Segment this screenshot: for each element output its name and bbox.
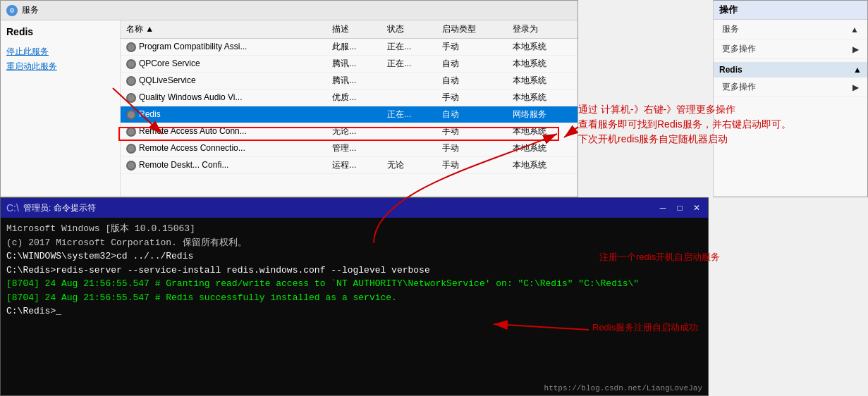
cmd-line: (c) 2017 Microsoft Corporation. 保留所有权利。 xyxy=(6,236,702,250)
right-panel-redis-section: Redis ▲ xyxy=(714,62,867,78)
service-status-cell: 无论 xyxy=(381,157,436,174)
service-name-cell: QPCore Service xyxy=(121,56,326,73)
service-status-cell xyxy=(381,123,436,140)
service-name-cell: Remote Access Auto Conn... xyxy=(121,123,326,140)
cmd-line: C:\WINDOWS\system32>cd ../../Redis xyxy=(6,249,702,264)
right-panel-title: 操作 xyxy=(714,1,867,20)
services-window: ⚙ 服务 Redis 停止此服务 重启动此服务 名称 ▲ 描述 状态 启动类型 … xyxy=(0,0,578,197)
service-desc-cell: 运程... xyxy=(326,157,381,174)
cmd-titlebar-left: C:\ 管理员: 命令提示符 xyxy=(6,202,96,214)
cmd-body: Microsoft Windows [版本 10.0.15063](c) 201… xyxy=(1,218,708,395)
services-table-area: 名称 ▲ 描述 状态 启动类型 登录为 Program Compatibilit… xyxy=(121,20,577,197)
service-name-cell: Redis xyxy=(121,106,326,123)
right-panel-more-label: 更多操作 xyxy=(722,43,756,55)
cmd-icon: C:\ xyxy=(6,202,19,214)
table-row[interactable]: Remote Deskt... Confi... 运程... 无论 手动 本地系… xyxy=(121,157,577,174)
table-row[interactable]: Remote Access Auto Conn... 无论... 手动 本地系统 xyxy=(121,123,577,140)
service-desc-cell: 腾讯... xyxy=(326,73,381,89)
table-row[interactable]: QQLiveService 腾讯... 自动 本地系统 xyxy=(121,73,577,89)
col-startup[interactable]: 启动类型 xyxy=(436,20,507,39)
service-desc-cell xyxy=(326,106,381,123)
col-name[interactable]: 名称 ▲ xyxy=(121,20,326,39)
service-login-cell: 本地系统 xyxy=(507,89,577,106)
cmd-window: C:\ 管理员: 命令提示符 ─ □ ✕ Microsoft Windows [… xyxy=(0,197,709,396)
service-name-cell: QQLiveService xyxy=(121,73,326,89)
service-startup-cell: 手动 xyxy=(436,89,507,106)
cmd-titlebar: C:\ 管理员: 命令提示符 ─ □ ✕ xyxy=(1,198,708,218)
table-row[interactable]: Redis 正在... 自动 网络服务 xyxy=(121,106,577,123)
left-panel-title: Redis xyxy=(6,26,114,37)
services-title: 服务 xyxy=(22,4,39,16)
cmd-url: https://blog.csdn.net/LiangLoveJay xyxy=(544,384,702,392)
service-startup-cell: 自动 xyxy=(436,56,507,73)
service-desc-cell: 管理... xyxy=(326,140,381,157)
service-name-cell: Remote Deskt... Confi... xyxy=(121,157,326,174)
annotation-text-1: 通过 计算机-》右键-》管理更多操作 查看服务即可找到Redis服务，并右键启动… xyxy=(578,102,791,147)
service-startup-cell: 手动 xyxy=(436,123,507,140)
right-panel-more-ops[interactable]: 更多操作 ▶ xyxy=(714,39,867,59)
cmd-line: [8704] 24 Aug 21:56:55.547 # Redis succe… xyxy=(6,291,702,305)
right-panel-redis-more[interactable]: 更多操作 ▶ xyxy=(714,78,867,97)
services-table: 名称 ▲ 描述 状态 启动类型 登录为 Program Compatibilit… xyxy=(121,20,577,174)
service-login-cell: 本地系统 xyxy=(507,39,577,56)
cmd-line: C:\Redis>redis-server --service-install … xyxy=(6,264,702,278)
annotation-text-5: Redis服务注册自启动成功 xyxy=(592,321,698,335)
services-right-panel: 操作 服务 ▲ 更多操作 ▶ Redis ▲ 更多操作 ▶ xyxy=(713,0,868,197)
cmd-title: 管理员: 命令提示符 xyxy=(23,202,96,214)
services-left-panel: Redis 停止此服务 重启动此服务 xyxy=(1,20,121,197)
table-header: 名称 ▲ 描述 状态 启动类型 登录为 xyxy=(121,20,577,39)
service-status-cell: 正在... xyxy=(381,56,436,73)
cmd-maximize-button[interactable]: □ xyxy=(674,202,685,214)
table-row[interactable]: QPCore Service 腾讯... 正在... 自动 本地系统 xyxy=(121,56,577,73)
service-name-cell: Quality Windows Audio Vi... xyxy=(121,89,326,106)
cmd-titlebar-controls: ─ □ ✕ xyxy=(657,202,702,214)
cmd-line: C:\Redis>_ xyxy=(6,304,702,318)
restart-service-link[interactable]: 重启动此服务 xyxy=(6,61,114,73)
service-login-cell: 本地系统 xyxy=(507,56,577,73)
redis-arrow: ▲ xyxy=(853,65,862,75)
service-desc-cell: 腾讯... xyxy=(326,56,381,73)
service-startup-cell: 手动 xyxy=(436,140,507,157)
services-icon: ⚙ xyxy=(6,5,18,16)
annotation-text-4: 注册一个redis开机自启动服务 xyxy=(599,250,720,264)
service-login-cell: 本地系统 xyxy=(507,157,577,174)
service-status-cell: 正在... xyxy=(381,106,436,123)
redis-more-label: 更多操作 xyxy=(722,81,756,93)
service-login-cell: 网络服务 xyxy=(507,106,577,123)
col-desc[interactable]: 描述 xyxy=(326,20,381,39)
service-name-cell: Remote Access Connectio... xyxy=(121,140,326,157)
table-row[interactable]: Remote Access Connectio... 管理... 手动 本地系统 xyxy=(121,140,577,157)
col-status[interactable]: 状态 xyxy=(381,20,436,39)
redis-more-arrow: ▶ xyxy=(852,82,859,92)
service-startup-cell: 手动 xyxy=(436,39,507,56)
stop-service-link[interactable]: 停止此服务 xyxy=(6,46,114,58)
cmd-minimize-button[interactable]: ─ xyxy=(657,202,668,214)
cmd-line: [8704] 24 Aug 21:56:55.547 # Granting re… xyxy=(6,277,702,291)
service-login-cell: 本地系统 xyxy=(507,140,577,157)
table-row[interactable]: Program Compatibility Assi... 此服... 正在..… xyxy=(121,39,577,56)
service-startup-cell: 自动 xyxy=(436,106,507,123)
redis-section-label: Redis xyxy=(719,65,742,75)
service-desc-cell: 此服... xyxy=(326,39,381,56)
service-login-cell: 本地系统 xyxy=(507,123,577,140)
right-panel-services[interactable]: 服务 ▲ xyxy=(714,20,867,39)
service-desc-cell: 优质... xyxy=(326,89,381,106)
right-arrow-services: ▲ xyxy=(850,25,859,35)
service-startup-cell: 自动 xyxy=(436,73,507,89)
cmd-close-button[interactable]: ✕ xyxy=(691,202,702,214)
service-desc-cell: 无论... xyxy=(326,123,381,140)
service-status-cell xyxy=(381,73,436,89)
services-titlebar: ⚙ 服务 xyxy=(1,1,577,20)
service-status-cell: 正在... xyxy=(381,39,436,56)
services-body: Redis 停止此服务 重启动此服务 名称 ▲ 描述 状态 启动类型 登录为 P… xyxy=(1,20,577,197)
service-name-cell: Program Compatibility Assi... xyxy=(121,39,326,56)
table-row[interactable]: Quality Windows Audio Vi... 优质... 手动 本地系… xyxy=(121,89,577,106)
right-arrow-more: ▶ xyxy=(852,44,859,54)
col-login[interactable]: 登录为 xyxy=(507,20,577,39)
cmd-line: Microsoft Windows [版本 10.0.15063] xyxy=(6,222,702,236)
service-status-cell xyxy=(381,89,436,106)
service-login-cell: 本地系统 xyxy=(507,73,577,89)
service-startup-cell: 手动 xyxy=(436,157,507,174)
service-status-cell xyxy=(381,140,436,157)
right-panel-services-label: 服务 xyxy=(722,23,739,35)
